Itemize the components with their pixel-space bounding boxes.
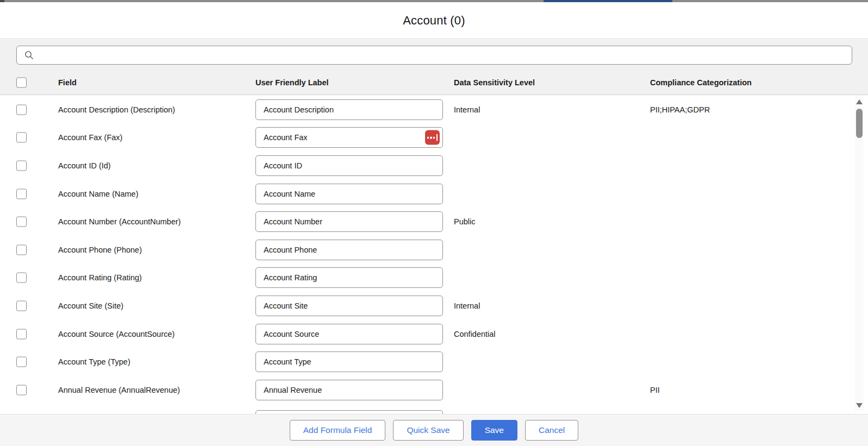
user-friendly-label-input[interactable] <box>255 99 443 120</box>
search-icon <box>24 51 34 60</box>
title-bar: Account (0) <box>0 2 868 39</box>
table-row: Account Fax (Fax) <box>0 124 868 152</box>
user-friendly-label-input[interactable] <box>255 380 443 400</box>
user-friendly-label-input[interactable] <box>255 296 443 316</box>
table-row: Annual Revenue (AnnualRevenue) PII <box>0 376 868 404</box>
field-name-text: Account Source (AccountSource) <box>58 330 174 338</box>
row-checkbox[interactable] <box>16 329 27 339</box>
data-sensitivity-value: Confidential <box>454 330 496 338</box>
field-name-text: Account Rating (Rating) <box>58 273 142 282</box>
label-input-wrap <box>255 267 443 288</box>
page-title: Account (0) <box>403 14 465 28</box>
data-sensitivity-value: Public <box>454 217 476 226</box>
user-friendly-label-input[interactable] <box>255 324 443 344</box>
scrollbar-thumb[interactable] <box>856 109 863 138</box>
row-checkbox[interactable] <box>16 160 27 171</box>
row-checkbox[interactable] <box>16 244 27 255</box>
field-name-text: Account ID (Id) <box>58 161 111 170</box>
user-friendly-label-input[interactable] <box>255 211 443 232</box>
label-input-wrap <box>255 240 443 260</box>
scrollbar-down-arrow[interactable] <box>856 403 863 409</box>
table-row: Account Type (Type) <box>0 348 868 376</box>
label-input-wrap <box>255 351 443 372</box>
row-checkbox[interactable] <box>16 104 27 115</box>
data-sensitivity-value: Internal <box>454 301 480 310</box>
scrollbar-up-arrow[interactable] <box>856 99 863 105</box>
label-input-wrap <box>255 184 443 204</box>
table-row: Account Source (AccountSource) Confident… <box>0 320 868 348</box>
field-name-text: Account Type (Type) <box>58 357 130 366</box>
label-input-wrap <box>255 380 443 400</box>
table-body: Account Description (Description) Intern… <box>0 96 868 414</box>
label-input-wrap <box>255 155 443 176</box>
column-header-field: Field <box>58 78 77 87</box>
vertical-scrollbar[interactable] <box>855 96 864 411</box>
add-formula-field-button[interactable]: Add Formula Field <box>290 420 386 441</box>
label-input-wrap <box>255 127 443 148</box>
row-checkbox[interactable] <box>16 357 27 367</box>
row-checkbox[interactable] <box>16 300 27 311</box>
row-checkbox[interactable] <box>16 273 27 283</box>
label-input-wrap <box>255 211 443 232</box>
data-sensitivity-value: Internal <box>454 105 480 114</box>
table-row: Account Site (Site) Internal <box>0 292 868 320</box>
user-friendly-label-input[interactable] <box>255 155 443 176</box>
save-button[interactable]: Save <box>471 420 517 441</box>
table-row: Account Number (AccountNumber) Public <box>0 208 868 236</box>
toolbar: Field User Friendly Label Data Sensitivi… <box>0 40 868 95</box>
label-input-wrap <box>255 410 443 414</box>
column-header-user-friendly-label: User Friendly Label <box>255 78 329 87</box>
user-friendly-label-input[interactable] <box>255 184 443 204</box>
user-friendly-label-input[interactable] <box>255 267 443 288</box>
field-name-text: Account Fax (Fax) <box>58 133 122 142</box>
label-input-wrap <box>255 296 443 316</box>
search-input[interactable] <box>34 46 846 64</box>
column-header-compliance-categorization: Compliance Categorization <box>650 78 752 87</box>
table-row: Account Name (Name) <box>0 180 868 208</box>
select-all-checkbox[interactable] <box>16 78 27 88</box>
field-name-text: Account Description (Description) <box>58 105 175 114</box>
user-friendly-label-input[interactable] <box>255 410 443 414</box>
table-row-partial <box>0 404 868 414</box>
search-box[interactable] <box>16 46 852 65</box>
field-name-text: Account Name (Name) <box>58 190 138 198</box>
cancel-button[interactable]: Cancel <box>525 420 578 441</box>
footer-action-bar: Add Formula Field Quick Save Save Cancel <box>0 414 868 446</box>
field-name-text: Account Phone (Phone) <box>58 246 142 254</box>
row-checkbox[interactable] <box>16 133 27 143</box>
user-friendly-label-input[interactable] <box>255 240 443 260</box>
quick-save-button[interactable]: Quick Save <box>393 420 463 441</box>
user-friendly-label-input[interactable] <box>255 351 443 372</box>
compliance-categorization-value: PII <box>650 386 660 394</box>
app-frame: Account (0) Field User Friendly Label Da… <box>0 0 868 446</box>
table-row: Account ID (Id) <box>0 152 868 180</box>
table-rows: Account Description (Description) Intern… <box>0 96 868 404</box>
label-input-wrap <box>255 99 443 120</box>
field-name-text: Annual Revenue (AnnualRevenue) <box>58 386 180 394</box>
table-header-row: Field User Friendly Label Data Sensitivi… <box>0 70 868 95</box>
field-name-text: Account Site (Site) <box>58 301 123 310</box>
label-input-wrap <box>255 324 443 344</box>
column-header-data-sensitivity-level: Data Sensitivity Level <box>454 78 535 87</box>
table-row: Account Description (Description) Intern… <box>0 96 868 124</box>
row-checkbox[interactable] <box>16 217 27 227</box>
table-row: Account Rating (Rating) <box>0 264 868 292</box>
row-checkbox[interactable] <box>16 189 27 199</box>
field-name-text: Account Number (AccountNumber) <box>58 217 181 226</box>
compliance-categorization-value: PII;HIPAA;GDPR <box>650 105 710 114</box>
table-row: Account Phone (Phone) <box>0 236 868 264</box>
password-manager-extension-icon[interactable] <box>425 130 440 145</box>
user-friendly-label-input[interactable] <box>255 127 443 148</box>
row-checkbox[interactable] <box>16 385 27 395</box>
